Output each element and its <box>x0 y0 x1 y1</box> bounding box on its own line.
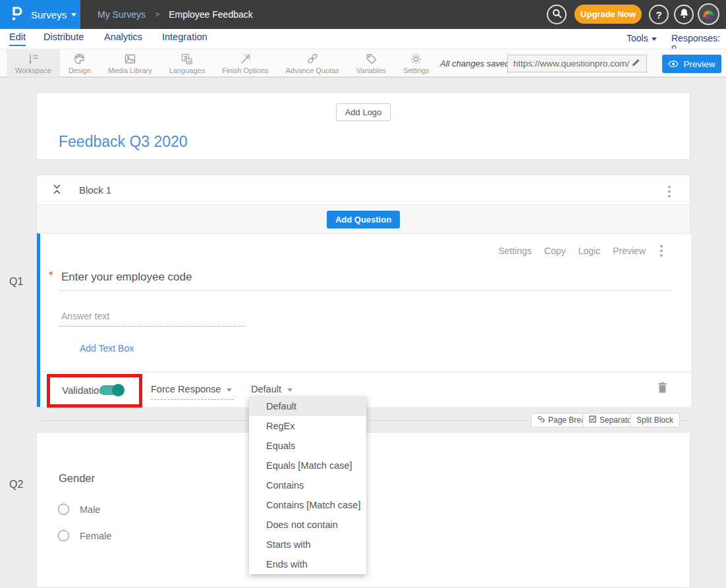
settings-icon <box>410 53 422 65</box>
advance-quotas-icon <box>306 53 319 65</box>
add-text-box-link[interactable]: Add Text Box <box>80 343 134 354</box>
tools-menu[interactable]: Tools <box>627 33 657 43</box>
preview-button[interactable]: Preview <box>662 55 721 73</box>
menu-option-contains-match-case[interactable]: Contains [Match case] <box>249 495 366 515</box>
question-1-index: Q1 <box>9 276 23 288</box>
chevron-down-icon <box>652 38 657 41</box>
chevron-down-icon <box>287 388 293 392</box>
survey-header-card: Add Logo Feedback Q3 2020 <box>36 92 690 160</box>
block-card: Block 1 Add Question Settings Copy Logic… <box>36 174 690 407</box>
account-avatar[interactable] <box>698 3 719 25</box>
collapse-block-icon[interactable] <box>53 184 61 198</box>
answer-text-underline <box>59 326 245 327</box>
answer-option-male: Male <box>58 504 100 515</box>
split-block-button[interactable]: Split Block <box>630 413 680 427</box>
survey-nav-tabs: Edit Distribute Analytics Integration To… <box>0 29 726 49</box>
page-break-icon <box>538 415 545 425</box>
survey-editor-app: Surveys My Surveys > Employee Feedback U… <box>0 0 726 588</box>
survey-url-input[interactable] <box>507 55 647 72</box>
separator-checkbox-icon <box>589 415 596 425</box>
delete-question-trash-icon[interactable] <box>657 382 667 396</box>
question-settings-link[interactable]: Settings <box>498 246 532 256</box>
validation-label: Validation <box>62 385 105 396</box>
menu-option-equals[interactable]: Equals <box>249 436 366 456</box>
questionpro-logo-icon <box>9 5 24 24</box>
add-question-button[interactable]: Add Question <box>327 211 400 228</box>
menu-option-default[interactable]: Default <box>249 396 366 416</box>
upgrade-now-button[interactable]: Upgrade Now <box>574 5 642 24</box>
add-question-row: Add Question <box>37 205 690 233</box>
question-menu-kebab-icon[interactable] <box>658 243 665 259</box>
tab-integration[interactable]: Integration <box>162 32 208 45</box>
block-header: Block 1 <box>37 175 690 205</box>
svg-text:A: A <box>188 58 191 64</box>
radio-button[interactable] <box>58 504 69 515</box>
question-1-card: Settings Copy Logic Preview * Enter your… <box>37 233 691 407</box>
toolbar-item-workspace[interactable]: Workspace <box>7 49 60 77</box>
toolbar-item-media-library[interactable]: Media Library <box>99 49 161 77</box>
finish-options-icon <box>239 53 252 65</box>
block-menu-kebab-icon[interactable] <box>666 184 673 200</box>
validation-toggle[interactable] <box>99 385 124 395</box>
toolbar-item-finish-options[interactable]: Finish Options <box>213 49 277 77</box>
breadcrumb-current-survey: Employee Feedback <box>169 9 253 20</box>
toolbar-item-languages[interactable]: A Languages <box>161 49 213 77</box>
question-title-underline <box>59 290 673 291</box>
breadcrumb-my-surveys[interactable]: My Surveys <box>98 9 146 20</box>
force-response-dropdown[interactable]: Force Response <box>151 384 233 400</box>
toolbar-item-variables[interactable]: Variables <box>348 49 395 77</box>
help-icon: ? <box>656 9 661 20</box>
workspace-icon <box>27 53 40 65</box>
design-icon <box>73 53 86 65</box>
breadcrumb: My Surveys > Employee Feedback <box>98 0 253 29</box>
radio-button[interactable] <box>58 530 69 541</box>
bell-icon <box>679 8 689 21</box>
eye-icon <box>668 59 679 69</box>
survey-title[interactable]: Feedback Q3 2020 <box>59 133 188 151</box>
chevron-down-icon <box>71 13 76 16</box>
answer-option-female: Female <box>58 530 111 541</box>
notifications-button[interactable] <box>674 5 694 24</box>
tab-analytics[interactable]: Analytics <box>104 32 142 45</box>
question-copy-link[interactable]: Copy <box>544 246 566 256</box>
editor-toolbar: Workspace Design Media Library <box>0 49 726 78</box>
edit-url-pencil-icon[interactable] <box>631 58 640 70</box>
tab-distribute[interactable]: Distribute <box>43 32 84 45</box>
toolbar-item-settings[interactable]: Settings <box>395 49 438 77</box>
chevron-down-icon <box>227 388 232 392</box>
menu-option-equals-match-case[interactable]: Equals [Match case] <box>249 456 366 475</box>
product-name: Surveys <box>31 9 67 20</box>
question-logic-link[interactable]: Logic <box>578 246 600 256</box>
required-marker: * <box>49 269 53 282</box>
search-icon <box>552 9 562 21</box>
tab-edit[interactable]: Edit <box>9 32 26 46</box>
block-title[interactable]: Block 1 <box>79 184 111 196</box>
validation-type-menu: Default RegEx Equals Equals [Match case]… <box>249 396 366 574</box>
menu-option-does-not-contain[interactable]: Does not contain <box>249 515 366 535</box>
option-label[interactable]: Female <box>80 531 111 541</box>
menu-option-contains[interactable]: Contains <box>249 475 366 495</box>
menu-option-regex[interactable]: RegEx <box>249 416 366 436</box>
product-switcher[interactable]: Surveys <box>0 0 80 29</box>
question-actions: Settings Copy Logic Preview <box>498 243 665 259</box>
answer-text-placeholder[interactable]: Answer text <box>61 311 109 321</box>
add-logo-button[interactable]: Add Logo <box>336 103 391 121</box>
question-1-title[interactable]: Enter your employee code <box>61 271 192 284</box>
top-header: Surveys My Surveys > Employee Feedback U… <box>0 0 726 29</box>
breadcrumb-separator: > <box>155 10 159 19</box>
menu-option-starts-with[interactable]: Starts with <box>249 535 366 554</box>
save-status-text: All changes saved <box>440 59 510 68</box>
question-2-index: Q2 <box>9 479 23 491</box>
help-button[interactable]: ? <box>649 5 669 24</box>
variables-icon <box>365 53 377 65</box>
menu-option-ends-with[interactable]: Ends with <box>249 554 366 574</box>
languages-icon: A <box>181 53 193 65</box>
media-library-icon <box>124 53 136 65</box>
search-button[interactable] <box>547 5 567 24</box>
toolbar-item-advance-quotas[interactable]: Advance Quotas <box>277 49 347 77</box>
toolbar-item-design[interactable]: Design <box>60 49 99 77</box>
question-preview-link[interactable]: Preview <box>613 246 646 256</box>
question-2-title[interactable]: Gender <box>59 472 95 485</box>
option-label[interactable]: Male <box>80 504 100 515</box>
